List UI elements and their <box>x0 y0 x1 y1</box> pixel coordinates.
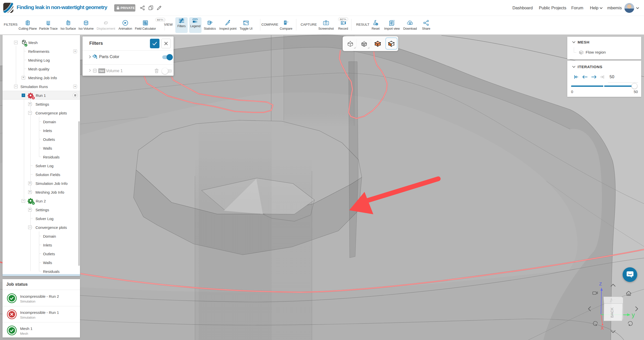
svg-text:Z: Z <box>599 282 602 286</box>
svg-text:BACK: BACK <box>610 308 614 318</box>
svg-text:y: y <box>632 311 635 318</box>
svg-text:X: X <box>601 325 604 331</box>
